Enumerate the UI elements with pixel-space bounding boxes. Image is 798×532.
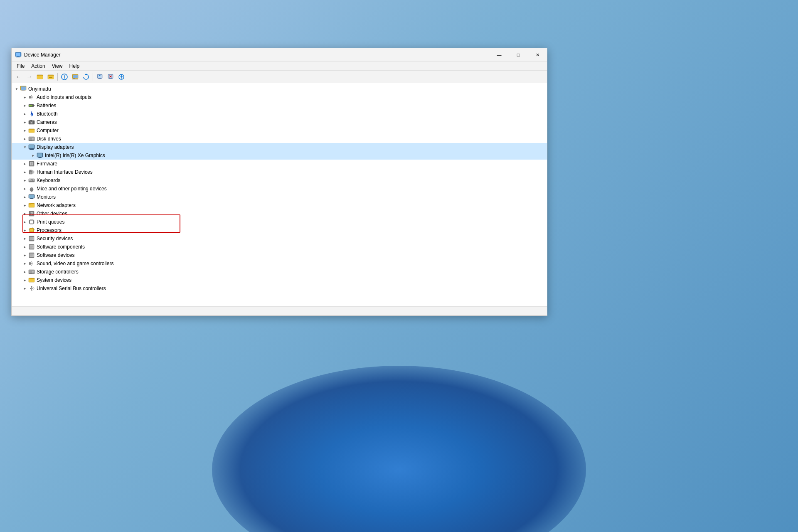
svg-rect-21 xyxy=(98,79,102,79)
expand-system[interactable]: ► xyxy=(22,277,28,283)
svg-rect-65 xyxy=(30,170,30,171)
menu-file[interactable]: File xyxy=(13,62,28,70)
svg-rect-121 xyxy=(29,273,32,273)
title-bar: Device Manager — □ ✕ xyxy=(12,48,547,62)
svg-rect-45 xyxy=(29,129,31,130)
bluetooth-label: Bluetooth xyxy=(37,111,58,117)
hid-label: Human Interface Devices xyxy=(37,169,93,175)
tree-display-adapters[interactable]: ▼ Display adapters xyxy=(12,143,547,151)
back-button[interactable]: ← xyxy=(13,72,23,82)
svg-rect-32 xyxy=(21,86,26,90)
intel-icon xyxy=(37,152,43,159)
svg-rect-124 xyxy=(29,278,31,279)
expand-cameras[interactable]: ► xyxy=(22,119,28,126)
expand-hid[interactable]: ► xyxy=(22,169,28,175)
expand-sw-components[interactable]: ► xyxy=(22,244,28,250)
toolbar-sep-2 xyxy=(93,73,93,81)
expand-usb[interactable]: ► xyxy=(22,285,28,292)
expand-print[interactable]: ► xyxy=(22,219,28,225)
status-bar xyxy=(12,306,547,315)
tree-bluetooth[interactable]: ► Bluetooth xyxy=(12,110,547,118)
tree-network[interactable]: ► Network adapters xyxy=(12,201,547,209)
expand-security[interactable]: ► xyxy=(22,235,28,242)
svg-rect-34 xyxy=(21,91,25,91)
expand-display[interactable]: ▼ xyxy=(22,144,28,150)
svg-point-41 xyxy=(31,122,32,123)
tree-computer[interactable]: ► Computer xyxy=(12,126,547,135)
properties-button[interactable]: i xyxy=(59,72,69,82)
tree-software-devices[interactable]: ► Software devices xyxy=(12,251,547,259)
expand-keyboards[interactable]: ► xyxy=(22,177,28,184)
menu-help[interactable]: Help xyxy=(66,62,83,70)
svg-rect-84 xyxy=(29,204,34,207)
svg-rect-100 xyxy=(31,232,31,233)
tree-processors[interactable]: ► Processors xyxy=(12,226,547,234)
svg-rect-123 xyxy=(29,279,34,282)
expand-sound[interactable]: ► xyxy=(22,260,28,267)
tree-monitors[interactable]: ► Monitors xyxy=(12,193,547,201)
expand-mice[interactable]: ► xyxy=(22,185,28,192)
sw-devices-icon xyxy=(28,252,35,259)
expand-bluetooth[interactable]: ► xyxy=(22,111,28,117)
tree-hid[interactable]: ► Human Interface Devices xyxy=(12,168,547,176)
expand-batteries[interactable]: ► xyxy=(22,102,28,109)
expand-network[interactable]: ► xyxy=(22,202,28,209)
tree-usb[interactable]: ► Universal Serial Bus controllers xyxy=(12,284,547,293)
svg-rect-35 xyxy=(29,96,31,99)
view-button[interactable] xyxy=(70,72,80,82)
expand-firmware[interactable]: ► xyxy=(22,160,28,167)
svg-rect-91 xyxy=(30,223,33,224)
refresh-button[interactable] xyxy=(81,72,91,82)
network-icon xyxy=(28,202,35,209)
update-driver-button[interactable] xyxy=(95,72,105,82)
expand-monitors[interactable]: ► xyxy=(22,194,28,200)
expand-disk[interactable]: ► xyxy=(22,135,28,142)
menu-action[interactable]: Action xyxy=(28,62,48,70)
svg-text:i: i xyxy=(64,75,65,79)
hid-icon xyxy=(28,169,35,175)
svg-rect-51 xyxy=(29,145,34,148)
tree-print[interactable]: ► Print queues xyxy=(12,218,547,226)
svg-rect-89 xyxy=(30,221,33,223)
sw-devices-label: Software devices xyxy=(37,252,74,258)
svg-rect-74 xyxy=(30,180,32,181)
tree-system[interactable]: ► System devices xyxy=(12,276,547,284)
expand-sw-devices[interactable]: ► xyxy=(22,252,28,259)
tree-firmware[interactable]: ► Firmware xyxy=(12,160,547,168)
tree-batteries[interactable]: ► Batteries xyxy=(12,101,547,110)
menu-view[interactable]: View xyxy=(49,62,66,70)
minimize-button[interactable]: — xyxy=(490,48,509,62)
parent-button[interactable] xyxy=(35,72,45,82)
close-button[interactable]: ✕ xyxy=(528,48,547,62)
tree-other[interactable]: ► ? Other devices xyxy=(12,209,547,218)
tree-disk[interactable]: ► Disk drives xyxy=(12,135,547,143)
expand-processors[interactable]: ► xyxy=(22,227,28,234)
tree-storage[interactable]: ► Storage controllers xyxy=(12,268,547,276)
scan-hardware-button[interactable] xyxy=(116,72,126,82)
tree-cameras[interactable]: ► Cameras xyxy=(12,118,547,126)
tree-audio[interactable]: ► Audio inputs and outputs xyxy=(12,93,547,101)
svg-rect-99 xyxy=(32,227,32,228)
expand-other[interactable]: ► xyxy=(22,210,28,217)
collapse-button[interactable] xyxy=(46,72,56,82)
svg-point-48 xyxy=(32,138,34,140)
expand-storage[interactable]: ► xyxy=(22,268,28,275)
maximize-button[interactable]: □ xyxy=(509,48,528,62)
device-tree[interactable]: ▼ Onyimadu ► xyxy=(12,83,547,306)
svg-rect-94 xyxy=(29,229,30,230)
tree-security[interactable]: ► Security devices xyxy=(12,234,547,243)
forward-button[interactable]: → xyxy=(24,72,34,82)
expand-computer[interactable]: ► xyxy=(22,127,28,134)
remove-device-button[interactable] xyxy=(106,72,116,82)
expand-intel[interactable]: ► xyxy=(30,152,37,159)
tree-keyboards[interactable]: ► Keyboards xyxy=(12,176,547,185)
sound-label: Sound, video and game controllers xyxy=(37,261,113,266)
tree-intel-xe[interactable]: ► Intel(R) Iris(R) Xe Graphics xyxy=(12,151,547,160)
root-node[interactable]: ▼ Onyimadu xyxy=(12,85,547,93)
tree-sound[interactable]: ► Sound, video and game controllers xyxy=(12,259,547,268)
tree-mice[interactable]: ► Mice and other pointing devices xyxy=(12,185,547,193)
toolbar: ← → i xyxy=(12,71,547,83)
tree-software-components[interactable]: ► Software components xyxy=(12,243,547,251)
expand-audio[interactable]: ► xyxy=(22,94,28,101)
expand-root[interactable]: ▼ xyxy=(13,86,20,92)
